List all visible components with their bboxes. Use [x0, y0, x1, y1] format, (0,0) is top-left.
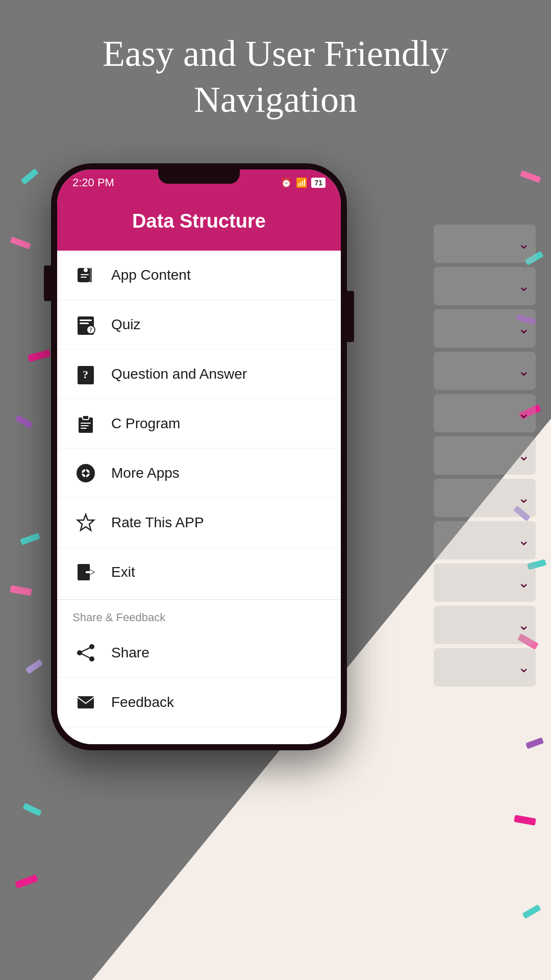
- signal-icon: 📶: [296, 177, 307, 188]
- right-panel: ⌄ ⌄ ⌄ ⌄ ⌄ ⌄ ⌄ ⌄ ⌄ ⌄ ⌄: [434, 163, 536, 699]
- app-header: Data Structure: [57, 196, 341, 251]
- menu-content: App Content ? Quiz: [57, 251, 341, 727]
- svg-text:?: ?: [83, 368, 88, 381]
- menu-item-quiz[interactable]: ? Quiz: [57, 300, 341, 350]
- chevron-icon-5: ⌄: [518, 405, 530, 422]
- menu-item-exit[interactable]: Exit: [57, 548, 341, 597]
- heading-line2: Navigation: [194, 79, 357, 120]
- svg-rect-1: [81, 274, 89, 275]
- panel-row-4: ⌄: [434, 352, 536, 390]
- svg-rect-15: [81, 428, 87, 429]
- chevron-icon-9: ⌄: [518, 574, 530, 591]
- chevron-icon-6: ⌄: [518, 447, 530, 464]
- panel-row-6: ⌄: [434, 436, 536, 475]
- menu-label-more-apps: More Apps: [111, 465, 180, 481]
- chevron-icon-3: ⌄: [518, 320, 530, 337]
- quiz-icon: ?: [72, 311, 99, 338]
- menu-item-more-apps[interactable]: More Apps: [57, 449, 341, 498]
- section-divider: [57, 599, 341, 600]
- svg-rect-2: [81, 277, 87, 278]
- phone-notch: [158, 169, 240, 184]
- menu-label-rate-app: Rate This APP: [111, 514, 204, 531]
- share-icon: [72, 640, 99, 666]
- chevron-icon-2: ⌄: [518, 278, 530, 295]
- panel-row-2: ⌄: [434, 267, 536, 305]
- menu-label-question-answer: Question and Answer: [111, 366, 247, 382]
- battery-icon: 71: [311, 178, 325, 188]
- menu-label-c-program: C Program: [111, 415, 180, 432]
- menu-item-share[interactable]: Share: [57, 628, 341, 678]
- svg-rect-13: [81, 423, 91, 424]
- menu-item-rate-app[interactable]: Rate This APP: [57, 498, 341, 548]
- status-bar: 2:20 PM ⏰ 📶 71: [57, 169, 341, 196]
- chevron-icon-7: ⌄: [518, 489, 530, 506]
- panel-row-1: ⌄: [434, 225, 536, 263]
- app-title: Data Structure: [132, 210, 266, 232]
- svg-point-0: [84, 268, 88, 272]
- heading-line1: Easy and User Friendly: [103, 33, 448, 74]
- svg-rect-11: [83, 415, 89, 420]
- svg-marker-21: [78, 514, 94, 530]
- page-heading: Easy and User Friendly Navigation: [0, 31, 551, 122]
- chevron-icon-4: ⌄: [518, 362, 530, 379]
- star-icon: [72, 509, 99, 536]
- menu-label-exit: Exit: [111, 564, 135, 580]
- clipboard-icon: [72, 410, 99, 437]
- menu-label-quiz: Quiz: [111, 316, 141, 333]
- chevron-icon-10: ⌄: [518, 617, 530, 633]
- chevron-icon-11: ⌄: [518, 659, 530, 676]
- exit-icon: [72, 559, 99, 585]
- book-icon: [72, 262, 99, 288]
- panel-row-11: ⌄: [434, 648, 536, 687]
- menu-label-app-content: App Content: [111, 267, 191, 283]
- svg-rect-4: [80, 320, 92, 321]
- panel-row-3: ⌄: [434, 309, 536, 348]
- menu-label-feedback: Feedback: [111, 694, 174, 710]
- panel-row-10: ⌄: [434, 606, 536, 644]
- svg-text:?: ?: [89, 326, 92, 333]
- svg-line-27: [80, 653, 92, 659]
- menu-label-share: Share: [111, 645, 149, 661]
- phone-screen: 2:20 PM ⏰ 📶 71 Data Structure: [57, 169, 341, 744]
- chevron-icon-8: ⌄: [518, 532, 530, 549]
- panel-row-7: ⌄: [434, 479, 536, 517]
- panel-row-9: ⌄: [434, 564, 536, 602]
- alarm-icon: ⏰: [281, 177, 292, 188]
- panel-row-8: ⌄: [434, 521, 536, 559]
- panel-row-5: ⌄: [434, 394, 536, 432]
- menu-item-feedback[interactable]: Feedback: [57, 678, 341, 727]
- menu-item-c-program[interactable]: C Program: [57, 399, 341, 449]
- grid-icon: [72, 460, 99, 486]
- status-icons: ⏰ 📶 71: [281, 177, 325, 188]
- phone-mockup: 2:20 PM ⏰ 📶 71 Data Structure: [51, 163, 347, 750]
- svg-rect-5: [80, 323, 89, 324]
- envelope-icon: [72, 689, 99, 716]
- svg-rect-14: [81, 425, 89, 426]
- phone-outer-shell: 2:20 PM ⏰ 📶 71 Data Structure: [51, 163, 347, 750]
- svg-point-23: [89, 644, 94, 649]
- section-feedback-header: Share & Feedback: [57, 602, 341, 628]
- qa-icon: ?: [72, 361, 99, 387]
- status-time: 2:20 PM: [72, 176, 114, 189]
- menu-item-app-content[interactable]: App Content: [57, 251, 341, 300]
- menu-item-question-answer[interactable]: ? Question and Answer: [57, 350, 341, 399]
- chevron-icon-1: ⌄: [518, 235, 530, 252]
- svg-line-26: [80, 647, 92, 653]
